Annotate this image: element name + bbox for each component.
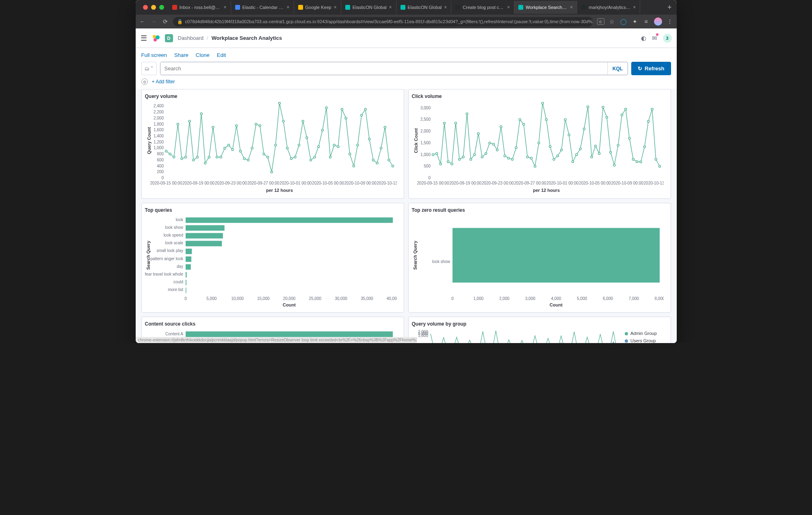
elastic-logo-icon[interactable] (152, 34, 160, 42)
svg-text:1,600: 1,600 (153, 128, 163, 132)
browser-tab[interactable]: Workplace Search Analytics -× (514, 1, 577, 14)
svg-text:5,000: 5,000 (577, 296, 587, 301)
svg-point-149 (647, 120, 649, 122)
svg-point-102 (470, 159, 472, 161)
back-button[interactable]: ← (139, 18, 146, 25)
search-input[interactable] (160, 62, 607, 75)
svg-point-216 (625, 339, 628, 343)
close-tab-icon[interactable]: × (633, 4, 636, 10)
ext1-icon[interactable]: ◯ (620, 18, 627, 25)
menu-icon[interactable]: ⋮ (666, 18, 673, 25)
svg-rect-163 (186, 217, 393, 223)
svg-text:2020-09-15 00:00: 2020-09-15 00:00 (150, 181, 182, 185)
newsfeed-icon[interactable]: ✉ (652, 35, 657, 42)
svg-text:Admin Group: Admin Group (630, 331, 657, 336)
svg-point-22 (188, 120, 191, 122)
help-icon[interactable]: ◐ (641, 35, 646, 42)
svg-text:look show: look show (432, 259, 450, 264)
panel-title: Content source clicks (145, 321, 401, 327)
browser-tab[interactable]: Google Keep× (294, 1, 341, 14)
refresh-icon: ↻ (638, 65, 642, 72)
svg-rect-181 (186, 288, 186, 293)
saved-query-button[interactable]: 🗂 ˅ (141, 62, 157, 75)
forward-button[interactable]: → (150, 18, 158, 25)
svg-point-46 (282, 120, 284, 122)
svg-point-29 (216, 156, 218, 158)
svg-point-25 (200, 113, 202, 115)
svg-point-17 (169, 153, 171, 155)
svg-point-21 (184, 156, 186, 158)
svg-point-35 (239, 150, 241, 152)
svg-text:5,000: 5,000 (206, 296, 217, 301)
close-tab-icon[interactable]: × (334, 4, 337, 10)
svg-point-112 (507, 157, 509, 159)
svg-point-108 (492, 143, 494, 145)
fullscreen-link[interactable]: Full screen (141, 52, 167, 58)
svg-text:2020-09-27 00:00: 2020-09-27 00:00 (247, 181, 279, 185)
panel-title: Click volume (412, 93, 667, 99)
svg-text:more list: more list (168, 287, 183, 292)
reader-icon[interactable]: ⎋ (597, 18, 604, 25)
svg-point-65 (356, 144, 358, 146)
close-tab-icon[interactable]: × (570, 4, 573, 10)
svg-text:2020-10-05 00:00: 2020-10-05 00:00 (579, 181, 611, 185)
browser-tab[interactable]: Inbox - ross.bell@elastic.co -× (168, 1, 231, 14)
space-selector[interactable]: D (165, 34, 173, 42)
close-tab-icon[interactable]: × (507, 4, 510, 10)
zoom-window-icon[interactable] (159, 5, 164, 10)
close-tab-icon[interactable]: × (444, 4, 447, 10)
svg-point-140 (613, 164, 615, 166)
edit-link[interactable]: Edit (217, 52, 226, 58)
add-filter-button[interactable]: + Add filter (152, 79, 175, 85)
crumb-dashboard[interactable]: Dashboard (178, 35, 204, 41)
svg-text:8,000: 8,000 (654, 296, 664, 301)
panel-top-zero: Top zero result queries look show01,0002… (408, 203, 671, 313)
clone-link[interactable]: Clone (196, 52, 210, 58)
dashboard-viewport[interactable]: Query volume 02004006008001,0001,2001,40… (136, 89, 677, 343)
svg-text:3,000: 3,000 (420, 106, 430, 110)
profile-icon[interactable] (654, 17, 662, 26)
svg-text:1,000: 1,000 (153, 146, 163, 150)
browser-tab[interactable]: Elastic - Calendar - Week of O× (231, 1, 294, 14)
bookmark-icon[interactable]: ☆ (608, 18, 616, 25)
close-tab-icon[interactable]: × (286, 4, 289, 10)
browser-tab[interactable]: ElasticON Global× (396, 1, 452, 14)
svg-point-37 (247, 159, 249, 161)
user-menu-button[interactable]: 3 (663, 34, 672, 43)
svg-text:1,500: 1,500 (420, 141, 430, 145)
svg-text:400: 400 (157, 164, 164, 168)
new-tab-button[interactable]: + (663, 3, 677, 12)
svg-point-111 (504, 155, 506, 157)
svg-text:2,000: 2,000 (153, 116, 163, 120)
close-window-icon[interactable] (143, 5, 148, 10)
query-bar: 🗂 ˅ KQL ↻Refresh (136, 62, 677, 78)
svg-text:look show: look show (165, 225, 183, 230)
tab-title: Create blog post content to ill (463, 5, 505, 10)
minimize-window-icon[interactable] (151, 5, 156, 10)
browser-tab[interactable]: markjhoy/AnalyticsGenerator× (577, 1, 640, 14)
tab-title: Elastic - Calendar - Week of O (243, 5, 284, 10)
svg-point-55 (317, 146, 319, 148)
share-link[interactable]: Share (174, 52, 188, 58)
svg-point-62 (345, 117, 347, 119)
ext2-icon[interactable]: ≡ (643, 18, 650, 25)
kql-toggle[interactable]: KQL (607, 62, 628, 75)
reload-button[interactable]: ⟳ (162, 18, 169, 25)
browser-tab[interactable]: Create blog post content to ill× (451, 1, 514, 14)
filter-options-icon[interactable]: ⊖ (141, 78, 148, 85)
svg-rect-177 (186, 272, 187, 277)
close-tab-icon[interactable]: × (223, 4, 226, 10)
browser-tab[interactable]: ElasticON Global× (341, 1, 396, 14)
svg-text:Users Group: Users Group (630, 338, 656, 343)
svg-point-40 (259, 125, 261, 127)
svg-point-143 (624, 108, 626, 110)
nav-toggle-button[interactable]: ☰ (141, 34, 147, 43)
svg-point-146 (636, 161, 638, 163)
extensions-icon[interactable]: ✦ (631, 18, 639, 25)
svg-point-2 (154, 38, 157, 41)
address-bar[interactable]: 🔒 c078d4d848dc42b19f4f318a002ba703.us-ce… (173, 17, 593, 26)
close-tab-icon[interactable]: × (389, 4, 392, 10)
svg-text:Search Query: Search Query (413, 240, 418, 269)
svg-text:Search Query: Search Query (146, 240, 151, 269)
refresh-button[interactable]: ↻Refresh (631, 62, 671, 75)
